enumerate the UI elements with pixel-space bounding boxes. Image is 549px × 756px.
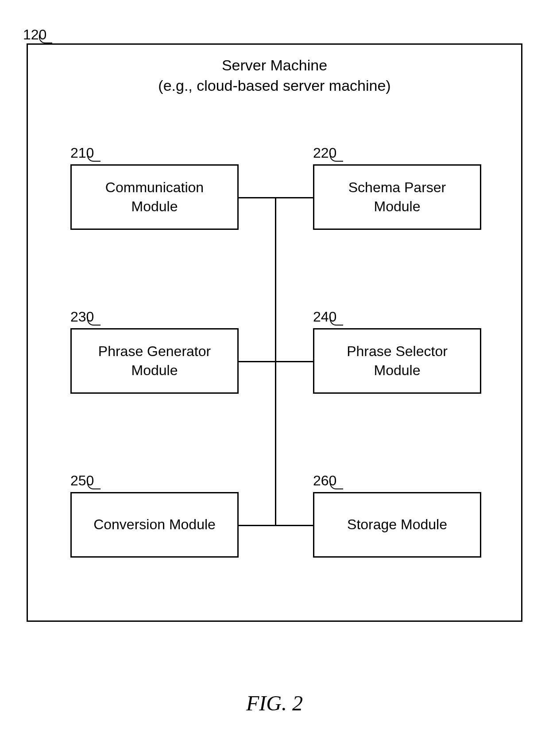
server-machine-title-line1: Server Machine [222, 57, 327, 74]
figure-caption: FIG. 2 [0, 691, 549, 715]
module-240-line2: Module [374, 362, 421, 378]
module-250-label: Conversion Module [93, 515, 216, 534]
phrase-generator-module-box: Phrase Generator Module [70, 328, 239, 394]
lead-line-icon [87, 317, 101, 326]
module-260-label: Storage Module [347, 515, 447, 534]
lead-line-icon [87, 481, 101, 489]
lead-line-icon [330, 481, 343, 489]
lead-line-icon [330, 153, 343, 162]
phrase-selector-module-box: Phrase Selector Module [313, 328, 481, 394]
lead-line-icon [330, 317, 343, 326]
communication-module-box: Communication Module [70, 164, 239, 230]
server-machine-box: Server Machine (e.g., cloud-based server… [27, 43, 522, 622]
lead-line-icon [39, 35, 52, 43]
module-230-line1: Phrase Generator [98, 343, 211, 359]
server-machine-title: Server Machine (e.g., cloud-based server… [28, 55, 521, 96]
conversion-module-box: Conversion Module [70, 492, 239, 558]
module-210-line2: Module [131, 198, 178, 214]
storage-module-box: Storage Module [313, 492, 481, 558]
lead-line-icon [87, 153, 101, 162]
server-machine-title-line2: (e.g., cloud-based server machine) [158, 77, 390, 94]
module-220-line1: Schema Parser [348, 179, 446, 195]
schema-parser-module-box: Schema Parser Module [313, 164, 481, 230]
module-210-line1: Communication [105, 179, 204, 195]
module-230-line2: Module [131, 362, 178, 378]
module-220-line2: Module [374, 198, 421, 214]
module-240-line1: Phrase Selector [347, 343, 448, 359]
